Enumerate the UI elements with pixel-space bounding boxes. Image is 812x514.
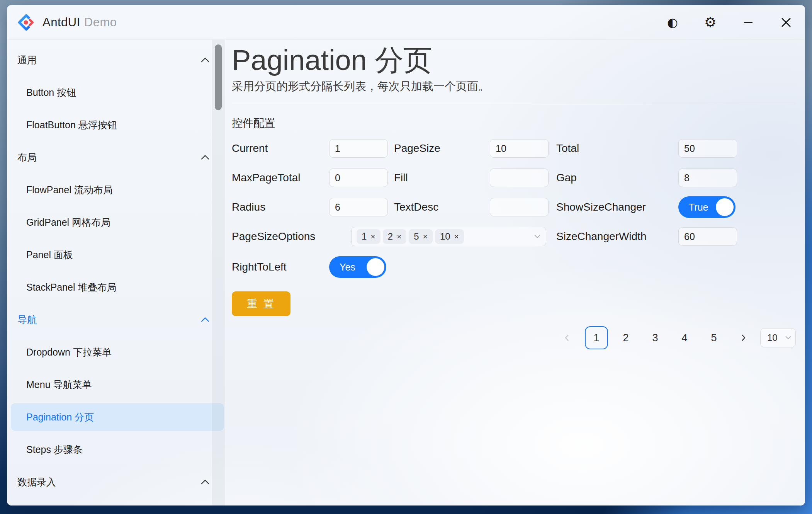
- chevron-right-icon: [739, 334, 747, 342]
- fill-input[interactable]: [490, 168, 549, 187]
- titlebar: AntdUIDemo ◐ ⚙: [7, 5, 805, 40]
- sidebar-item-label: FloatButton 悬浮按钮: [7, 119, 117, 131]
- sidebar-scrollbar-thumb[interactable]: [215, 44, 222, 110]
- page-subtitle: 采用分页的形式分隔长列表，每次只加载一个页面。: [232, 79, 796, 94]
- sidebar-item-label: Pagination 分页: [7, 411, 94, 424]
- showsizechanger-toggle[interactable]: True: [678, 196, 736, 218]
- sidebar-item-pagination[interactable]: Pagination 分页: [7, 401, 225, 433]
- pagesize-label: PageSize: [394, 142, 490, 155]
- sidebar-scrollbar-track[interactable]: [212, 40, 225, 505]
- pagination-demo: 1 2 3 4 5 10: [232, 326, 796, 349]
- maxpagetotal-input[interactable]: [329, 168, 388, 187]
- textdesc-label: TextDesc: [394, 201, 490, 213]
- current-label: Current: [232, 142, 329, 155]
- sidebar-item-dropdown[interactable]: Dropdown 下拉菜单: [7, 336, 225, 368]
- theme-toggle-button[interactable]: ◐: [663, 13, 682, 32]
- total-label: Total: [556, 142, 678, 155]
- sidebar-item-label: FlowPanel 流动布局: [7, 184, 113, 196]
- pagesize-option-tag[interactable]: 1×: [357, 229, 381, 244]
- page-size-value: 10: [767, 332, 778, 343]
- antdui-logo-icon: [18, 14, 35, 31]
- sidebar-item-gridpanel[interactable]: GridPanel 网格布局: [7, 206, 225, 238]
- pagination-next-button[interactable]: [732, 326, 755, 349]
- gear-icon: ⚙: [704, 15, 717, 29]
- minimize-icon: [742, 17, 754, 28]
- pagination-page-3[interactable]: 3: [644, 326, 667, 349]
- righttoleft-toggle[interactable]: Yes: [329, 256, 386, 278]
- sidebar-group-label: 通用: [7, 54, 37, 66]
- sidebar-item-button[interactable]: Button 按钮: [7, 76, 225, 109]
- sidebar-item-flowpanel[interactable]: FlowPanel 流动布局: [7, 174, 225, 206]
- pagesize-option-tag[interactable]: 10×: [435, 229, 464, 244]
- tag-remove-icon[interactable]: ×: [397, 232, 401, 241]
- divider: [232, 103, 796, 103]
- sidebar-item-label: Button 按钮: [7, 86, 76, 99]
- sidebar-item-steps[interactable]: Steps 步骤条: [7, 433, 225, 466]
- tag-remove-icon[interactable]: ×: [454, 232, 459, 241]
- gap-input[interactable]: [678, 168, 737, 187]
- toggle-state-label: True: [689, 202, 708, 213]
- sidebar-group-label: 数据录入: [7, 476, 56, 488]
- app-title: AntdUIDemo: [42, 15, 117, 29]
- tag-remove-icon[interactable]: ×: [423, 232, 428, 241]
- chevron-down-icon: [785, 336, 791, 340]
- reset-button[interactable]: 重 置: [232, 291, 290, 316]
- settings-button[interactable]: ⚙: [701, 13, 720, 32]
- page-title: Pagination 分页: [232, 44, 796, 76]
- pagesizeoptions-select[interactable]: 1× 2× 5× 10×: [351, 227, 546, 246]
- close-icon: [780, 17, 792, 28]
- pagination-page-5[interactable]: 5: [702, 326, 725, 349]
- sizechangerwidth-input[interactable]: [678, 227, 737, 246]
- total-input[interactable]: [678, 139, 737, 158]
- current-input[interactable]: [329, 139, 388, 158]
- radius-input[interactable]: [329, 198, 388, 216]
- pagesize-option-tag[interactable]: 2×: [383, 229, 407, 244]
- sidebar-item-label: StackPanel 堆叠布局: [7, 281, 116, 294]
- sidebar-item-panel[interactable]: Panel 面板: [7, 238, 225, 271]
- toggle-state-label: Yes: [340, 262, 355, 273]
- app-window: AntdUIDemo ◐ ⚙: [7, 5, 805, 505]
- pagination-page-2[interactable]: 2: [614, 326, 637, 349]
- theme-half-circle-icon: ◐: [667, 16, 678, 29]
- minimize-button[interactable]: [739, 13, 758, 32]
- app-name: AntdUI: [42, 15, 80, 29]
- tag-value: 10: [440, 231, 450, 242]
- chevron-up-icon: [201, 480, 209, 485]
- sidebar-group-label: 导航: [7, 313, 37, 326]
- close-button[interactable]: [777, 13, 795, 32]
- sidebar-item-floatbutton[interactable]: FloatButton 悬浮按钮: [7, 109, 225, 141]
- pagination-page-4[interactable]: 4: [673, 326, 696, 349]
- main-content: Pagination 分页 采用分页的形式分隔长列表，每次只加载一个页面。 控件…: [225, 40, 805, 505]
- tag-remove-icon[interactable]: ×: [370, 232, 375, 241]
- chevron-left-icon: [563, 334, 571, 342]
- page-size-select[interactable]: 10: [760, 328, 796, 347]
- tag-value: 1: [362, 231, 367, 242]
- sidebar-group-navigation[interactable]: 导航: [7, 303, 225, 336]
- pagesize-option-tag[interactable]: 5×: [409, 229, 433, 244]
- config-section-title: 控件配置: [232, 116, 796, 131]
- sidebar-group-general[interactable]: 通用: [7, 44, 225, 76]
- sidebar-item-label: Menu 导航菜单: [7, 378, 92, 391]
- pagination-prev-button[interactable]: [555, 326, 579, 349]
- maxpagetotal-label: MaxPageTotal: [232, 172, 329, 184]
- chevron-up-icon: [201, 317, 209, 322]
- pagesize-input[interactable]: [490, 139, 549, 158]
- sidebar-group-data-entry[interactable]: 数据录入: [7, 466, 225, 498]
- sidebar-item-label: GridPanel 网格布局: [7, 216, 110, 229]
- gap-label: Gap: [556, 172, 678, 184]
- toggle-knob: [367, 258, 384, 276]
- sidebar-item-menu[interactable]: Menu 导航菜单: [7, 368, 225, 401]
- pagesizeoptions-label: PageSizeOptions: [232, 230, 351, 243]
- sidebar-group-layout[interactable]: 布局: [7, 141, 225, 174]
- desktop-background: AntdUIDemo ◐ ⚙: [0, 0, 812, 514]
- tag-value: 5: [414, 231, 419, 242]
- pagination-page-1[interactable]: 1: [585, 326, 608, 349]
- textdesc-input[interactable]: [490, 198, 549, 216]
- config-form: Current PageSize Total MaxPageTotal Fill: [232, 134, 796, 283]
- showsizechanger-label: ShowSizeChanger: [556, 201, 678, 213]
- sidebar-group-label: 布局: [7, 151, 37, 164]
- sidebar-item-label: Panel 面板: [7, 248, 73, 261]
- sizechangerwidth-label: SizeChangerWidth: [556, 230, 678, 243]
- sidebar-item-stackpanel[interactable]: StackPanel 堆叠布局: [7, 271, 225, 303]
- chevron-down-icon: [534, 235, 540, 238]
